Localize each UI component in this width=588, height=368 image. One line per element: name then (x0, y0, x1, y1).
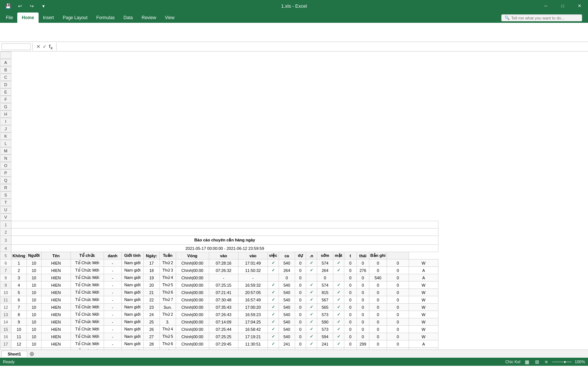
cell-17-tochuc[interactable]: Tổ Chức Mới (71, 340, 104, 348)
cell-15-col-u[interactable]: 0 (369, 326, 387, 333)
cell-11-nguoi[interactable]: 10 (26, 296, 41, 304)
cell-16-khong[interactable]: 11 (11, 333, 27, 340)
cell-15-n[interactable]: ✓ (306, 326, 317, 333)
sheet-tab-sheet1[interactable]: Sheet1 (1, 351, 27, 357)
cell-17-du[interactable]: 0 (295, 340, 306, 348)
cell-16-vao2[interactable]: 17:19:21 (238, 333, 268, 340)
maximize-button[interactable]: □ (554, 0, 571, 12)
cell-18-thai2[interactable]: 0 (356, 348, 369, 350)
cell-14-vong[interactable]: Chính|00:00 (176, 318, 209, 326)
cell-9-ngay[interactable]: 20 (143, 282, 159, 289)
cell-14-t[interactable]: 0 (344, 318, 356, 326)
cell-12-danh[interactable]: - (104, 304, 121, 311)
cell-11-gioitinh[interactable]: Nam giới (121, 296, 143, 304)
cell-18-viec[interactable]: ✓ (268, 348, 279, 350)
col-M[interactable]: M (0, 147, 11, 155)
cell-6-vao1[interactable]: 07:28:16 (209, 259, 238, 267)
cell-15-danh[interactable]: - (104, 326, 121, 333)
cell-15-ca[interactable]: 540 (279, 326, 295, 333)
cell-12-n[interactable]: ✓ (306, 304, 317, 311)
cell-13-ngay[interactable]: 24 (143, 311, 159, 318)
cell-18-ngay[interactable]: 29 (143, 348, 159, 350)
cell-9-mat[interactable]: ✓ (333, 282, 344, 289)
cell-14-tochuc[interactable]: Tổ Chức Mới (71, 318, 104, 326)
cell-6-ca[interactable]: 540 (279, 259, 295, 267)
cell-16-vong[interactable]: Chính|00:00 (176, 333, 209, 340)
cell-10-n[interactable]: ✓ (306, 289, 317, 296)
view-layout-icon[interactable]: ⊞ (534, 359, 541, 365)
cell-18-tochuc[interactable]: Tổ Chức Mới (71, 348, 104, 350)
grid-container[interactable]: A B C D E F G H I J K L M N O P Q (0, 52, 588, 350)
cell-15-t[interactable]: 0 (344, 326, 356, 333)
cell-17-col-u[interactable]: 0 (369, 340, 387, 348)
cell-18-col-v[interactable]: 0 (387, 348, 409, 350)
cell-7-khong[interactable]: 2 (11, 267, 27, 274)
cell-6-tochuc[interactable]: Tổ Chức Mới (71, 259, 104, 267)
cell-17-khong[interactable]: 12 (11, 340, 27, 348)
cell-15-tuan[interactable]: Thứ 4 (159, 326, 176, 333)
cell-9-vao2[interactable]: 16:59:32 (238, 282, 268, 289)
cell-13-khong[interactable]: 8 (11, 311, 27, 318)
cell-18-mat[interactable]: ✓ (333, 348, 344, 350)
cell-16-ten[interactable]: HIEN (41, 333, 71, 340)
cell-11-ngay[interactable]: 22 (143, 296, 159, 304)
cell-12-col-u[interactable]: 0 (369, 304, 387, 311)
cell-13-ca[interactable]: 540 (279, 311, 295, 318)
cell-8-col-v[interactable]: 0 (387, 274, 409, 282)
cell-11-n[interactable]: ✓ (306, 296, 317, 304)
cell-18-vong[interactable]: Chính|00:00 (176, 348, 209, 350)
cell-12-som[interactable]: 565 (317, 304, 333, 311)
cell-16-ca[interactable]: 540 (279, 333, 295, 340)
cell-14-ca[interactable]: 540 (279, 318, 295, 326)
cell-15-viec[interactable]: ✓ (268, 326, 279, 333)
col-K[interactable]: K (0, 132, 11, 140)
cell-14-thai2[interactable]: 0 (356, 318, 369, 326)
cell-13-du[interactable]: 0 (295, 311, 306, 318)
tab-home[interactable]: Home (17, 13, 38, 23)
cell-8-som[interactable]: 0 (317, 274, 333, 282)
save-icon[interactable]: 💾 (3, 1, 13, 11)
cell-18-du[interactable]: 0 (295, 348, 306, 350)
cell-18-nguoi[interactable]: 10 (26, 348, 41, 350)
cell-11-tuan[interactable]: Thứ 7 (159, 296, 176, 304)
cell-10-thai2[interactable]: 0 (356, 289, 369, 296)
cell-6-mat[interactable]: ✓ (333, 259, 344, 267)
cell-10-ca[interactable]: 540 (279, 289, 295, 296)
cell-9-col-v[interactable]: 0 (387, 282, 409, 289)
cell-11-col-v[interactable]: 0 (387, 296, 409, 304)
cell-14-tuan[interactable]: 3. (159, 318, 176, 326)
cell-13-banghi[interactable]: W (409, 311, 438, 318)
cell-17-gioitinh[interactable]: Nam giới (121, 340, 143, 348)
cell-7-du[interactable]: 0 (295, 267, 306, 274)
cell-9-vao1[interactable]: 07:25:15 (209, 282, 238, 289)
cell-17-n[interactable]: ✓ (306, 340, 317, 348)
cell-11-t[interactable]: 0 (344, 296, 356, 304)
col-T[interactable]: T (0, 199, 11, 206)
cell-6-ten[interactable]: HIEN (41, 259, 71, 267)
cell-8-tuan[interactable]: Thứ 4 (159, 274, 176, 282)
cell-11-khong[interactable]: 6 (11, 296, 27, 304)
cell-13-col-v[interactable]: 0 (387, 311, 409, 318)
tab-data[interactable]: Data (119, 13, 137, 23)
cell-14-mat[interactable]: ✓ (333, 318, 344, 326)
cell-18-danh[interactable]: - (104, 348, 121, 350)
cell-11-vao2[interactable]: 16:57:49 (238, 296, 268, 304)
cell-16-viec[interactable]: ✓ (268, 333, 279, 340)
cell-1-a[interactable] (11, 221, 438, 229)
col-F[interactable]: F (0, 96, 11, 103)
cell-10-vao1[interactable]: 07:21:41 (209, 289, 238, 296)
cell-12-gioitinh[interactable]: Nam giới (121, 304, 143, 311)
cell-17-vao1[interactable]: 07:29:45 (209, 340, 238, 348)
col-V[interactable]: V (0, 213, 11, 221)
cell-2-a[interactable] (11, 229, 438, 236)
cell-6-danh[interactable]: - (104, 259, 121, 267)
cell-12-col-v[interactable]: 0 (387, 304, 409, 311)
cell-17-col-v[interactable]: 0 (387, 340, 409, 348)
cell-8-vong[interactable]: Chính|00:00 (176, 274, 209, 282)
cell-17-som[interactable]: 241 (317, 340, 333, 348)
cell-7-vong[interactable]: Chính|00:00 (176, 267, 209, 274)
cell-6-banghi[interactable]: W (409, 259, 438, 267)
cell-11-vong[interactable]: Chính|00:00 (176, 296, 209, 304)
cell-8-gioitinh[interactable]: Nam giới (121, 274, 143, 282)
cell-10-som[interactable]: 815 (317, 289, 333, 296)
